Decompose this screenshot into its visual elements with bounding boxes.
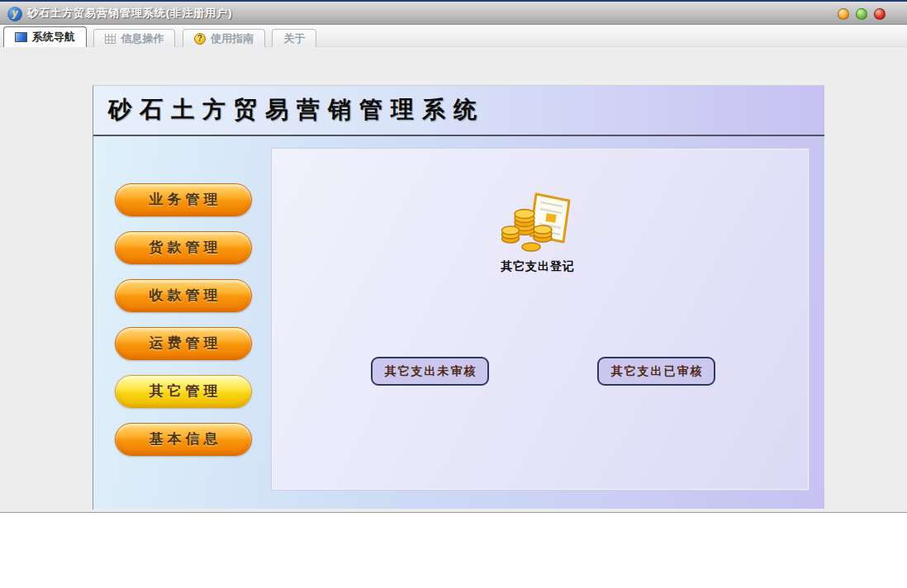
app-logo-icon: y: [7, 7, 22, 21]
feature-other-expense-registration[interactable]: 其它支出登记: [475, 191, 601, 274]
window-title: 砂石土方贸易营销管理系统(非注册用户): [27, 2, 233, 25]
minimize-button[interactable]: [838, 8, 849, 20]
sidebar-item-payment-management[interactable]: 货款管理: [115, 231, 252, 264]
other-expense-unreviewed-button[interactable]: 其它支出未审核: [371, 357, 489, 386]
help-coin-icon: ?: [194, 33, 206, 45]
page-title: 砂石土方贸易营销管理系统: [93, 86, 824, 134]
tab-label: 使用指南: [211, 31, 254, 46]
sidebar-item-other-management[interactable]: 其它管理: [115, 375, 252, 408]
sidebar-item-freight-management[interactable]: 运费管理: [115, 327, 252, 360]
window-controls: [838, 8, 886, 20]
tab-bar: 系统导航 信息操作 ? 使用指南 关于: [0, 25, 907, 47]
tab-label: 信息操作: [121, 31, 164, 46]
maximize-button[interactable]: [856, 8, 867, 20]
tab-about[interactable]: 关于: [272, 29, 316, 47]
title-bar: y 砂石土方贸易营销管理系统(非注册用户): [0, 0, 907, 25]
sidebar-item-receipt-management[interactable]: 收款管理: [115, 279, 252, 312]
feature-label: 其它支出登记: [475, 259, 601, 274]
tab-user-guide[interactable]: ? 使用指南: [183, 29, 265, 47]
content-area: 业务管理 货款管理 收款管理 运费管理 其它管理 基本信息: [93, 136, 824, 509]
tab-label: 系统导航: [32, 30, 75, 45]
tab-label: 关于: [283, 31, 305, 46]
blue-square-icon: [15, 32, 27, 42]
banner: 砂石土方贸易营销管理系统: [93, 86, 824, 136]
tab-system-navigation[interactable]: 系统导航: [3, 26, 87, 47]
sidebar-item-business-management[interactable]: 业务管理: [115, 183, 252, 216]
sidebar-item-basic-info[interactable]: 基本信息: [115, 423, 252, 456]
grid-icon: [105, 34, 116, 44]
sidebar-menu: 业务管理 货款管理 收款管理 运费管理 其它管理 基本信息: [115, 183, 252, 471]
coins-document-icon: [500, 191, 576, 254]
app-window: y 砂石土方贸易营销管理系统(非注册用户) 系统导航 信息操作 ? 使用指南 关…: [0, 0, 907, 513]
close-button[interactable]: [874, 8, 886, 20]
other-expense-reviewed-button[interactable]: 其它支出已审核: [597, 357, 715, 386]
tab-info-operations[interactable]: 信息操作: [93, 29, 175, 47]
function-panel: 其它支出登记 其它支出未审核 其它支出已审核: [272, 149, 809, 490]
main-page: 砂石土方贸易营销管理系统 业务管理 货款管理 收款管理 运费管理 其它管理 基本…: [93, 85, 824, 510]
